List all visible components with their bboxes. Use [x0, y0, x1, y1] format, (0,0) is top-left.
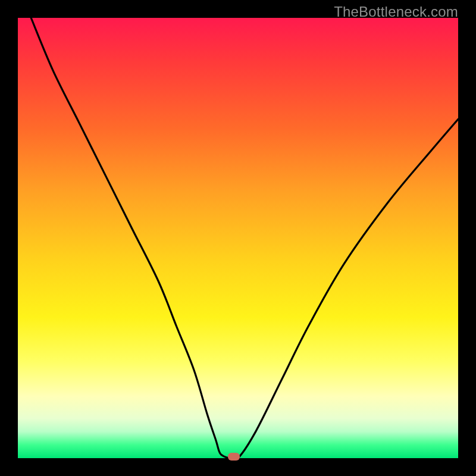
optimal-point-marker [228, 453, 240, 461]
chart-frame: TheBottleneck.com [0, 0, 476, 476]
plot-area [18, 18, 458, 458]
bottleneck-curve [18, 18, 458, 458]
